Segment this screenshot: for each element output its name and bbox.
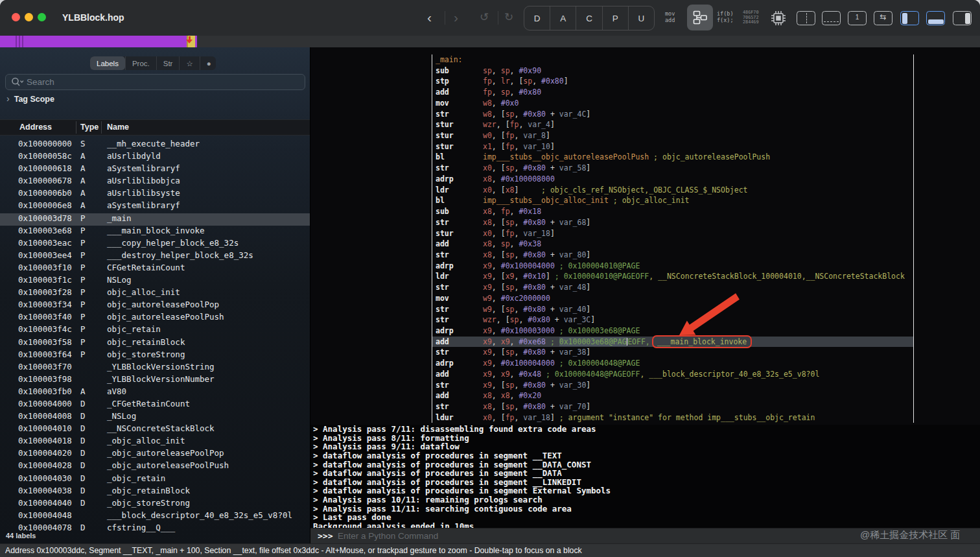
asm-line[interactable]: strx9, [sp, #0x80 + var_30] xyxy=(432,380,913,391)
asm-line[interactable]: adrpx8, #0x100008000 xyxy=(432,174,913,185)
label-row[interactable]: 0x100003ee4P___destroy_helper_block_e8_3… xyxy=(0,250,310,263)
label-row[interactable]: 0x100004010D__NSConcreteStackBlock xyxy=(0,423,310,436)
label-row[interactable]: 0x100000000S__mh_execute_header xyxy=(0,139,310,151)
hex-mode-icon[interactable]: 486F70 706572 284469 xyxy=(743,10,759,25)
label-row[interactable]: 0x100000618AaSystemlibraryf xyxy=(0,163,310,176)
asm-line[interactable]: addx8, x8, #0x20 xyxy=(432,390,913,401)
asm-line[interactable]: strwzr, [sp, #0x80 + var_3C] xyxy=(432,314,913,326)
filter-tab-labels[interactable]: Labels xyxy=(90,56,125,70)
toolbar-segment-A[interactable]: A xyxy=(550,6,576,30)
asm-line[interactable]: strx0, [sp, #0x80 + var_58] xyxy=(432,163,913,174)
analysis-console[interactable]: > Analysis pass 7/11: disassembling foun… xyxy=(310,425,980,528)
label-row[interactable]: 0x100003f1cPNSLog xyxy=(0,275,310,287)
column-header-address[interactable]: Address xyxy=(19,123,52,132)
cpu-chip-icon[interactable] xyxy=(770,10,787,27)
close-window-button[interactable] xyxy=(12,13,20,21)
binary-navigation-strip[interactable] xyxy=(0,36,980,47)
label-row[interactable]: 0x100003f4cPobjc_retain xyxy=(0,324,310,337)
label-row[interactable]: 0x1000006e8AaSystemlibraryf xyxy=(0,200,310,213)
toggle-bottom-panel-button-active[interactable] xyxy=(926,11,945,25)
asm-line[interactable]: strx8, [sp, #0x80 + var_68] xyxy=(432,217,913,228)
toolbar-segment-D[interactable]: D xyxy=(524,6,550,30)
toggle-left-panel-button-active[interactable] xyxy=(900,11,919,25)
asm-line[interactable]: adrpx9, #0x100004000 ; 0x100004048@PAGE xyxy=(432,358,913,369)
label-row[interactable]: 0x100004078Dcfstring__Q___ xyxy=(0,523,310,535)
asm-line[interactable]: ldurx0, [fp, var_18] ; argument "instanc… xyxy=(432,412,913,423)
toolbar-segment-C[interactable]: C xyxy=(576,6,601,30)
dot-filter-icon[interactable]: ● xyxy=(200,56,216,70)
filter-tab-proc[interactable]: Proc. xyxy=(125,56,156,70)
label-row[interactable]: 0x100003f70_YLBBlockVersionString xyxy=(0,362,310,374)
asm-line[interactable]: _main: xyxy=(432,54,913,65)
label-row[interactable]: 0x100004018D_objc_alloc_init xyxy=(0,436,310,448)
toggle-right-panel-button[interactable] xyxy=(953,11,972,25)
label-row[interactable]: 0x100004028D_objc_autoreleasePoolPush xyxy=(0,460,310,473)
split-view-vertical-button[interactable] xyxy=(797,11,815,25)
asm-line[interactable]: movw8, #0x0 xyxy=(432,98,913,109)
asm-line[interactable]: strx8, [sp, #0x80 + var_70] xyxy=(432,401,913,412)
split-view-horizontal-button[interactable] xyxy=(822,11,841,25)
asm-line[interactable]: movw9, #0xc2000000 xyxy=(432,293,913,304)
single-pane-button[interactable]: 1 xyxy=(848,11,867,25)
undo-icon[interactable]: ↺ xyxy=(480,8,489,27)
label-row[interactable]: 0x100003f28Pobjc_alloc_init xyxy=(0,287,310,300)
filter-tab-str[interactable]: Str xyxy=(156,56,180,70)
navstrip-segment-purple[interactable] xyxy=(0,36,187,47)
label-row[interactable]: 0x100003e68P___main_block_invoke xyxy=(0,226,310,238)
label-row[interactable]: 0x100004030D_objc_retain xyxy=(0,473,310,486)
asm-line[interactable]: sturx1, [fp, var_10] xyxy=(432,141,913,152)
label-row[interactable]: 0x100004040D_objc_storeStrong xyxy=(0,498,310,510)
asm-line[interactable]: sturwzr, [fp, var_4] xyxy=(432,119,913,130)
column-header-name[interactable]: Name xyxy=(107,123,129,132)
label-row[interactable]: 0x100003f40Pobjc_autoreleasePoolPush xyxy=(0,312,310,324)
label-row[interactable]: 0x1000006b0AaUsrliblibsyste xyxy=(0,188,310,200)
asm-line[interactable]: stpfp, lr, [sp, #0x80] xyxy=(432,76,913,87)
label-row[interactable]: 0x100004008D_NSLog xyxy=(0,411,310,423)
cfg-mode-button-selected[interactable] xyxy=(687,5,713,30)
label-row[interactable]: 0x100003d78P_main xyxy=(0,213,310,226)
python-command-input[interactable]: Enter a Python Command xyxy=(338,531,438,541)
label-row[interactable]: 0x100000678AaUsrliblibobjca xyxy=(0,176,310,188)
toolbar-segment-P[interactable]: P xyxy=(602,6,628,30)
asm-line[interactable]: addx8, sp, #0x38 xyxy=(432,239,913,250)
asm-line[interactable]: blimp___stubs__objc_autoreleasePoolPush … xyxy=(432,152,913,163)
label-row[interactable]: 0x100004000D_CFGetRetainCount xyxy=(0,399,310,411)
minimize-window-button[interactable] xyxy=(25,13,33,21)
label-row[interactable]: 0x100003eacP___copy_helper_block_e8_32s xyxy=(0,238,310,250)
column-divider[interactable] xyxy=(76,121,76,134)
column-divider[interactable] xyxy=(101,121,102,134)
star-filter-icon[interactable]: ☆ xyxy=(179,56,199,70)
label-row[interactable]: 0x10000058cAaUsrlibdyld xyxy=(0,151,310,163)
asm-line-selected[interactable]: addx9, x9, #0xe68 ; 0x100003e68@PAGEOFF,… xyxy=(432,337,913,348)
asm-line[interactable]: blimp___stubs__objc_alloc_init ; objc_al… xyxy=(432,195,913,206)
disassembly-pane[interactable]: _main:subsp, sp, #0x90stpfp, lr, [sp, #0… xyxy=(310,47,980,425)
label-row[interactable]: 0x100003fb0AaV80 xyxy=(0,386,310,399)
asm-line[interactable]: ldrx9, [x9, #0x10] ; 0x100004010@PAGEOFF… xyxy=(432,271,913,282)
label-row[interactable]: 0x100003f10PCFGetRetainCount xyxy=(0,263,310,275)
asm-line[interactable]: ldrx0, [x8] ; objc_cls_ref_NSObject,_OBJ… xyxy=(432,185,913,196)
asm-line[interactable]: addx9, x9, #0x48 ; 0x100004048@PAGEOFF, … xyxy=(432,369,913,380)
asm-line[interactable]: strw9, [sp, #0x80 + var_40] xyxy=(432,304,913,315)
mov-add-instruction-icon[interactable]: mov add xyxy=(665,11,675,23)
label-row[interactable]: 0x100004020D_objc_autoreleasePoolPop xyxy=(0,448,310,460)
asm-line[interactable]: subsp, sp, #0x90 xyxy=(432,65,913,77)
asm-line[interactable]: strx8, [sp, #0x80 + var_80] xyxy=(432,250,913,261)
asm-line[interactable]: strw8, [sp, #0x80 + var_4C] xyxy=(432,109,913,120)
asm-line[interactable]: strx9, [sp, #0x80 + var_38] xyxy=(432,347,913,358)
pseudocode-mode-icon[interactable]: if(b) f(x); xyxy=(717,11,734,23)
toolbar-segment-U[interactable]: U xyxy=(628,6,654,30)
label-row[interactable]: 0x100004048___block_descriptor_40_e8_32s… xyxy=(0,510,310,523)
back-icon[interactable]: ‹ xyxy=(427,8,432,27)
label-row[interactable]: 0x100003f34Pobjc_autoreleasePoolPop xyxy=(0,300,310,312)
asm-line[interactable]: strx9, [sp, #0x80 + var_48] xyxy=(432,282,913,293)
label-row[interactable]: 0x100004038D_objc_retainBlock xyxy=(0,486,310,498)
redo-icon[interactable]: ↻ xyxy=(504,8,513,27)
asm-line[interactable]: sturw0, [fp, var_8] xyxy=(432,130,913,141)
search-field[interactable]: Search xyxy=(5,74,305,90)
label-row[interactable]: 0x100003f58Pobjc_retainBlock xyxy=(0,337,310,350)
asm-line[interactable]: addfp, sp, #0x80 xyxy=(432,87,913,98)
swap-panes-button[interactable]: ⇆ xyxy=(874,11,892,25)
column-header-type[interactable]: Type xyxy=(80,123,99,132)
label-row[interactable]: 0x100003f64Pobjc_storeStrong xyxy=(0,350,310,362)
zoom-window-button[interactable] xyxy=(38,13,46,21)
